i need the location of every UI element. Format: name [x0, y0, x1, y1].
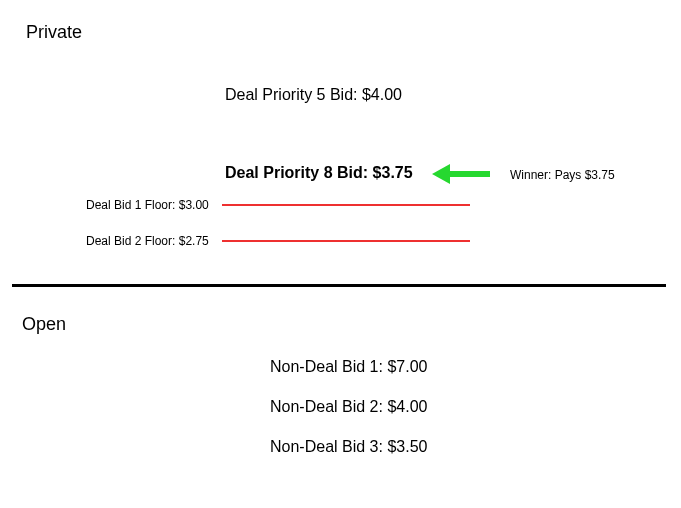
deal-bid-1-floor-line — [222, 204, 470, 206]
svg-marker-0 — [432, 164, 450, 184]
section-title-open: Open — [22, 314, 66, 335]
deal-bid-2-floor-line — [222, 240, 470, 242]
non-deal-bid-1: Non-Deal Bid 1: $7.00 — [270, 358, 427, 376]
non-deal-bid-3: Non-Deal Bid 3: $3.50 — [270, 438, 427, 456]
section-title-private: Private — [26, 22, 82, 43]
winner-arrow-icon — [432, 162, 492, 186]
section-divider — [12, 284, 666, 287]
deal-priority-8-bid: Deal Priority 8 Bid: $3.75 — [225, 164, 413, 182]
non-deal-bid-2: Non-Deal Bid 2: $4.00 — [270, 398, 427, 416]
winner-pays-label: Winner: Pays $3.75 — [510, 168, 615, 182]
deal-bid-1-floor-label: Deal Bid 1 Floor: $3.00 — [86, 198, 209, 212]
deal-bid-2-floor-label: Deal Bid 2 Floor: $2.75 — [86, 234, 209, 248]
svg-rect-1 — [450, 171, 490, 177]
deal-priority-5-bid: Deal Priority 5 Bid: $4.00 — [225, 86, 402, 104]
